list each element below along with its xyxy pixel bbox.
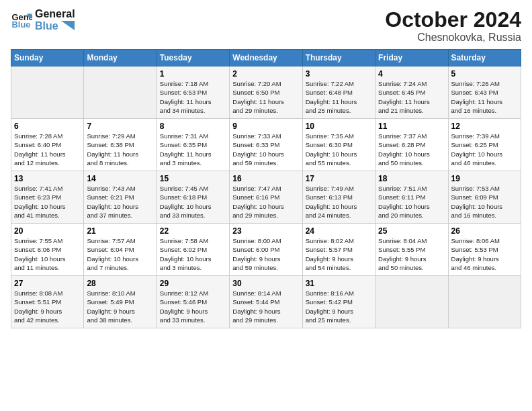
day-number: 30 (232, 279, 299, 288)
day-info: Sunrise: 8:10 AM Sunset: 5:49 PM Dayligh… (87, 289, 153, 324)
day-cell: 20Sunrise: 7:55 AM Sunset: 6:06 PM Dayli… (11, 224, 84, 276)
day-number: 23 (232, 226, 299, 236)
day-cell: 24Sunrise: 8:02 AM Sunset: 5:57 PM Dayli… (302, 224, 375, 276)
day-cell: 2Sunrise: 7:20 AM Sunset: 6:50 PM Daylig… (230, 66, 302, 119)
day-cell: 6Sunrise: 7:28 AM Sunset: 6:40 PM Daylig… (11, 119, 84, 171)
day-info: Sunrise: 7:49 AM Sunset: 6:13 PM Dayligh… (306, 184, 372, 220)
day-info: Sunrise: 7:33 AM Sunset: 6:33 PM Dayligh… (232, 132, 299, 167)
week-row-0: 1Sunrise: 7:18 AM Sunset: 6:53 PM Daylig… (11, 66, 521, 119)
day-info: Sunrise: 7:26 AM Sunset: 6:43 PM Dayligh… (451, 79, 518, 115)
day-info: Sunrise: 7:57 AM Sunset: 6:04 PM Dayligh… (87, 236, 153, 272)
day-info: Sunrise: 7:35 AM Sunset: 6:30 PM Dayligh… (306, 132, 372, 167)
day-number: 9 (232, 122, 299, 131)
col-tuesday: Tuesday (157, 50, 229, 66)
day-cell: 22Sunrise: 7:58 AM Sunset: 6:02 PM Dayli… (157, 224, 229, 276)
day-cell: 26Sunrise: 8:06 AM Sunset: 5:53 PM Dayli… (448, 224, 521, 276)
day-cell: 30Sunrise: 8:14 AM Sunset: 5:44 PM Dayli… (230, 276, 302, 328)
day-number: 15 (160, 174, 226, 183)
day-cell: 17Sunrise: 7:49 AM Sunset: 6:13 PM Dayli… (302, 171, 375, 224)
day-number: 14 (87, 174, 153, 183)
day-info: Sunrise: 8:00 AM Sunset: 6:00 PM Dayligh… (232, 236, 299, 272)
day-number: 12 (451, 122, 518, 131)
day-number: 2 (232, 69, 299, 79)
day-number: 27 (14, 279, 81, 288)
day-cell: 25Sunrise: 8:04 AM Sunset: 5:55 PM Dayli… (375, 224, 448, 276)
day-info: Sunrise: 7:24 AM Sunset: 6:45 PM Dayligh… (378, 79, 445, 115)
day-number: 19 (451, 174, 518, 183)
day-cell: 9Sunrise: 7:33 AM Sunset: 6:33 PM Daylig… (230, 119, 302, 171)
day-cell (375, 276, 448, 328)
day-number: 22 (160, 226, 226, 236)
day-cell: 14Sunrise: 7:43 AM Sunset: 6:21 PM Dayli… (84, 171, 157, 224)
day-info: Sunrise: 7:39 AM Sunset: 6:25 PM Dayligh… (451, 132, 518, 167)
week-row-2: 13Sunrise: 7:41 AM Sunset: 6:23 PM Dayli… (11, 171, 521, 224)
day-number: 4 (378, 69, 445, 79)
day-cell: 5Sunrise: 7:26 AM Sunset: 6:43 PM Daylig… (448, 66, 521, 119)
day-number: 11 (378, 122, 445, 131)
day-cell: 13Sunrise: 7:41 AM Sunset: 6:23 PM Dayli… (11, 171, 84, 224)
day-number: 28 (87, 279, 153, 288)
month-title: October 2024 (385, 8, 521, 32)
day-number: 20 (14, 226, 81, 236)
day-cell (84, 66, 157, 119)
day-number: 8 (160, 122, 226, 131)
day-number: 6 (14, 122, 81, 131)
day-number: 17 (306, 174, 372, 183)
day-cell: 27Sunrise: 8:08 AM Sunset: 5:51 PM Dayli… (11, 276, 84, 328)
day-info: Sunrise: 7:53 AM Sunset: 6:09 PM Dayligh… (451, 184, 518, 220)
day-number: 10 (306, 122, 372, 131)
day-number: 26 (451, 226, 518, 236)
day-number: 3 (306, 69, 372, 79)
day-info: Sunrise: 8:02 AM Sunset: 5:57 PM Dayligh… (306, 236, 372, 272)
day-number: 31 (306, 279, 372, 288)
logo-general: General (35, 8, 75, 20)
day-cell: 31Sunrise: 8:16 AM Sunset: 5:42 PM Dayli… (302, 276, 375, 328)
page: General Blue General Blue October 2024 C… (0, 0, 532, 411)
logo-blue: Blue (35, 20, 75, 32)
day-info: Sunrise: 7:28 AM Sunset: 6:40 PM Dayligh… (14, 132, 81, 167)
day-cell: 10Sunrise: 7:35 AM Sunset: 6:30 PM Dayli… (302, 119, 375, 171)
day-cell: 16Sunrise: 7:47 AM Sunset: 6:16 PM Dayli… (230, 171, 302, 224)
day-info: Sunrise: 7:43 AM Sunset: 6:21 PM Dayligh… (87, 184, 153, 220)
day-info: Sunrise: 7:55 AM Sunset: 6:06 PM Dayligh… (14, 236, 81, 272)
day-info: Sunrise: 8:12 AM Sunset: 5:46 PM Dayligh… (160, 289, 226, 324)
day-cell (448, 276, 521, 328)
day-cell: 19Sunrise: 7:53 AM Sunset: 6:09 PM Dayli… (448, 171, 521, 224)
logo-icon: General Blue (11, 9, 32, 31)
svg-text:Blue: Blue (12, 19, 31, 30)
day-number: 24 (306, 226, 372, 236)
calendar-table: Sunday Monday Tuesday Wednesday Thursday… (11, 49, 521, 328)
day-cell: 15Sunrise: 7:45 AM Sunset: 6:18 PM Dayli… (157, 171, 229, 224)
day-cell: 3Sunrise: 7:22 AM Sunset: 6:48 PM Daylig… (302, 66, 375, 119)
day-info: Sunrise: 7:51 AM Sunset: 6:11 PM Dayligh… (378, 184, 445, 220)
day-cell: 23Sunrise: 8:00 AM Sunset: 6:00 PM Dayli… (230, 224, 302, 276)
svg-marker-3 (61, 21, 75, 30)
col-thursday: Thursday (302, 50, 375, 66)
day-info: Sunrise: 7:58 AM Sunset: 6:02 PM Dayligh… (160, 236, 226, 272)
calendar-body: 1Sunrise: 7:18 AM Sunset: 6:53 PM Daylig… (11, 66, 521, 328)
day-info: Sunrise: 8:08 AM Sunset: 5:51 PM Dayligh… (14, 289, 81, 324)
day-cell: 11Sunrise: 7:37 AM Sunset: 6:28 PM Dayli… (375, 119, 448, 171)
day-info: Sunrise: 8:16 AM Sunset: 5:42 PM Dayligh… (306, 289, 372, 324)
day-cell: 7Sunrise: 7:29 AM Sunset: 6:38 PM Daylig… (84, 119, 157, 171)
col-sunday: Sunday (11, 50, 84, 66)
title-area: October 2024 Chesnokovka, Russia (385, 8, 521, 44)
logo-arrow-icon (61, 21, 75, 30)
week-row-3: 20Sunrise: 7:55 AM Sunset: 6:06 PM Dayli… (11, 224, 521, 276)
col-monday: Monday (84, 50, 157, 66)
day-cell: 21Sunrise: 7:57 AM Sunset: 6:04 PM Dayli… (84, 224, 157, 276)
day-info: Sunrise: 7:22 AM Sunset: 6:48 PM Dayligh… (306, 79, 372, 115)
header-row: Sunday Monday Tuesday Wednesday Thursday… (11, 50, 521, 66)
day-number: 29 (160, 279, 226, 288)
day-info: Sunrise: 8:06 AM Sunset: 5:53 PM Dayligh… (451, 236, 518, 272)
day-info: Sunrise: 7:37 AM Sunset: 6:28 PM Dayligh… (378, 132, 445, 167)
col-saturday: Saturday (448, 50, 521, 66)
day-info: Sunrise: 7:20 AM Sunset: 6:50 PM Dayligh… (232, 79, 299, 115)
day-info: Sunrise: 7:18 AM Sunset: 6:53 PM Dayligh… (160, 79, 226, 115)
day-number: 25 (378, 226, 445, 236)
day-cell: 18Sunrise: 7:51 AM Sunset: 6:11 PM Dayli… (375, 171, 448, 224)
day-number: 1 (160, 69, 226, 79)
day-info: Sunrise: 7:41 AM Sunset: 6:23 PM Dayligh… (14, 184, 81, 220)
day-cell: 8Sunrise: 7:31 AM Sunset: 6:35 PM Daylig… (157, 119, 229, 171)
day-number: 7 (87, 122, 153, 131)
